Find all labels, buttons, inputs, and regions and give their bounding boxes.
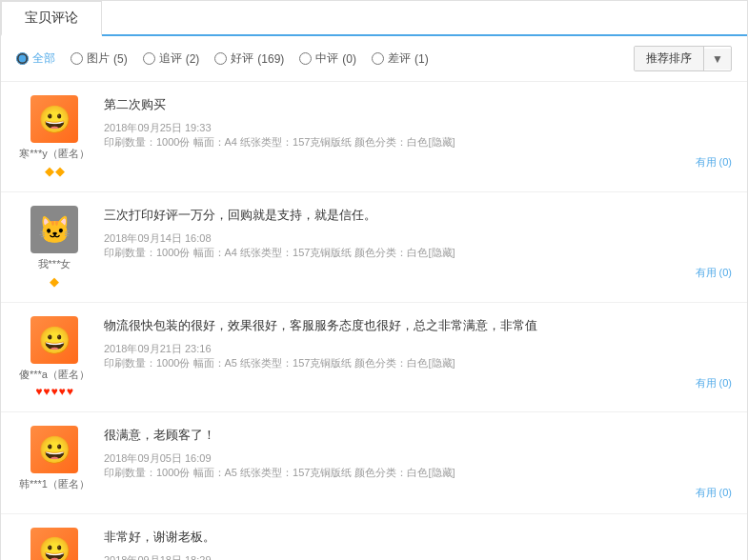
star-icon: ♥ (59, 385, 66, 398)
review-item: 😀 傻***a（匿名） ♥ ♥ ♥ ♥ ♥ 物流很快包装的很好，效果很好，客服服… (1, 303, 747, 412)
filter-positive-radio[interactable] (214, 52, 227, 65)
review-content: 物流很快包装的很好，效果很好，客服服务态度也很好，总之非常满意，非常值 2018… (104, 316, 732, 398)
username: 我***女 (38, 257, 71, 271)
review-content: 三次打印好评一万分，回购就是支持，就是信任。 2018年09月14日 16:08… (104, 206, 732, 289)
star-icon: ♥ (67, 385, 73, 398)
stars: ♥ ♥ ♥ ♥ ♥ (35, 385, 73, 398)
filter-negative-radio[interactable] (372, 52, 384, 65)
tab-reviews[interactable]: 宝贝评论 (1, 1, 102, 36)
stars: ◆ (50, 274, 59, 289)
username: 韩***1（匿名） (19, 477, 90, 491)
filter-all[interactable]: 全部 (16, 50, 55, 67)
review-meta: 2018年09月21日 23:16 (104, 342, 732, 356)
review-content: 非常好，谢谢老板。 2018年09月18日 18:29 印刷数量：1000份 幅… (104, 528, 732, 560)
page-wrapper: 宝贝评论 全部 图片 (5) 追评 (2) 好评 (169) 中评 (0) (0, 0, 748, 560)
review-meta: 2018年09月05日 16:09 (104, 451, 732, 466)
filter-followup[interactable]: 追评 (2) (143, 50, 200, 67)
star-icon: ♥ (51, 385, 57, 398)
review-spec: 印刷数量：1000份 幅面：A5 纸张类型：157克铜版纸 颜色分类：白色[隐藏… (104, 356, 732, 370)
useful-link[interactable]: 有用 (0) (104, 486, 732, 500)
review-spec: 印刷数量：1000份 幅面：A5 纸张类型：157克铜版纸 颜色分类：白色[隐藏… (104, 466, 732, 480)
review-item: 😀 寒***y（匿名） ◆ ◆ 第二次购买 2018年09月25日 19:33 … (1, 82, 747, 192)
review-item: 😀 韩***1（匿名） 很满意，老顾客了！ 2018年09月05日 16:09 … (1, 412, 747, 514)
review-text: 三次打印好评一万分，回购就是支持，就是信任。 (104, 206, 732, 226)
review-meta: 2018年09月18日 18:29 (104, 553, 732, 560)
review-text: 很满意，老顾客了！ (104, 426, 732, 446)
star-icon: ◆ (45, 164, 54, 178)
avatar: 😀 (30, 426, 78, 473)
filter-followup-radio[interactable] (143, 52, 155, 65)
useful-link[interactable]: 有用 (0) (104, 155, 732, 170)
filter-image-count: (5) (113, 52, 128, 66)
tab-reviews-label: 宝贝评论 (25, 10, 78, 25)
avatar-col: 😀 傻***a（匿名） ♥ ♥ ♥ ♥ ♥ (16, 316, 92, 398)
filter-neutral-label: 中评 (315, 50, 338, 67)
review-content: 第二次购买 2018年09月25日 19:33 印刷数量：1000份 幅面：A4… (104, 95, 732, 178)
filter-image-radio[interactable] (71, 52, 83, 65)
filter-positive-label: 好评 (231, 50, 253, 67)
stars: ◆ ◆ (45, 164, 65, 178)
review-item: 😀 小***步 ◆ 非常好，谢谢老板。 2018年09月18日 18:29 印刷… (1, 514, 747, 560)
star-icon: ♥ (43, 385, 50, 398)
filter-positive-count: (169) (257, 52, 284, 66)
tab-header: 宝贝评论 (1, 1, 747, 36)
useful-link[interactable]: 有用 (0) (104, 376, 732, 390)
avatar-col: 🐱 我***女 ◆ (16, 206, 92, 289)
filter-negative-label: 差评 (388, 50, 411, 67)
review-content: 很满意，老顾客了！ 2018年09月05日 16:09 印刷数量：1000份 幅… (104, 426, 732, 500)
filter-negative[interactable]: 差评 (1) (372, 50, 429, 67)
useful-link[interactable]: 有用 (0) (104, 266, 732, 280)
filter-neutral-count: (0) (342, 52, 356, 66)
review-spec: 印刷数量：1000份 幅面：A4 纸张类型：157克铜版纸 颜色分类：白色[隐藏… (104, 246, 732, 260)
filter-image-label: 图片 (87, 50, 110, 67)
review-meta: 2018年09月14日 16:08 (104, 231, 732, 246)
review-list: 😀 寒***y（匿名） ◆ ◆ 第二次购买 2018年09月25日 19:33 … (1, 82, 747, 560)
sort-button[interactable]: 推荐排序 ▼ (634, 46, 732, 71)
star-icon: ♥ (35, 385, 42, 398)
sort-arrow-icon: ▼ (704, 49, 731, 70)
filter-neutral[interactable]: 中评 (0) (299, 50, 356, 67)
review-text: 非常好，谢谢老板。 (104, 528, 732, 548)
avatar: 😀 (30, 95, 78, 143)
star-icon: ◆ (55, 164, 65, 178)
filter-bar: 全部 图片 (5) 追评 (2) 好评 (169) 中评 (0) 差评 (1) (1, 36, 747, 82)
review-text: 第二次购买 (104, 95, 732, 115)
filter-all-radio[interactable] (16, 52, 29, 65)
avatar: 🐱 (30, 206, 78, 253)
filter-positive[interactable]: 好评 (169) (214, 50, 284, 67)
avatar: 😀 (30, 316, 78, 364)
filter-image[interactable]: 图片 (5) (71, 50, 128, 67)
sort-label: 推荐排序 (635, 47, 704, 70)
filter-negative-count: (1) (414, 52, 429, 66)
avatar-col: 😀 韩***1（匿名） (16, 426, 92, 500)
filter-neutral-radio[interactable] (299, 52, 312, 65)
review-item: 🐱 我***女 ◆ 三次打印好评一万分，回购就是支持，就是信任。 2018年09… (1, 192, 747, 303)
review-meta: 2018年09月25日 19:33 (104, 121, 732, 135)
star-icon: ◆ (50, 274, 59, 289)
username: 傻***a（匿名） (19, 368, 90, 382)
avatar: 😀 (30, 528, 78, 560)
filter-all-label: 全部 (32, 50, 55, 67)
username: 寒***y（匿名） (19, 147, 89, 161)
avatar-col: 😀 寒***y（匿名） ◆ ◆ (16, 95, 92, 178)
filter-followup-label: 追评 (159, 50, 182, 67)
filter-followup-count: (2) (186, 52, 200, 66)
review-text: 物流很快包装的很好，效果很好，客服服务态度也很好，总之非常满意，非常值 (104, 316, 732, 336)
review-spec: 印刷数量：1000份 幅面：A4 纸张类型：157克铜版纸 颜色分类：白色[隐藏… (104, 135, 732, 150)
avatar-col: 😀 小***步 ◆ (16, 528, 92, 560)
